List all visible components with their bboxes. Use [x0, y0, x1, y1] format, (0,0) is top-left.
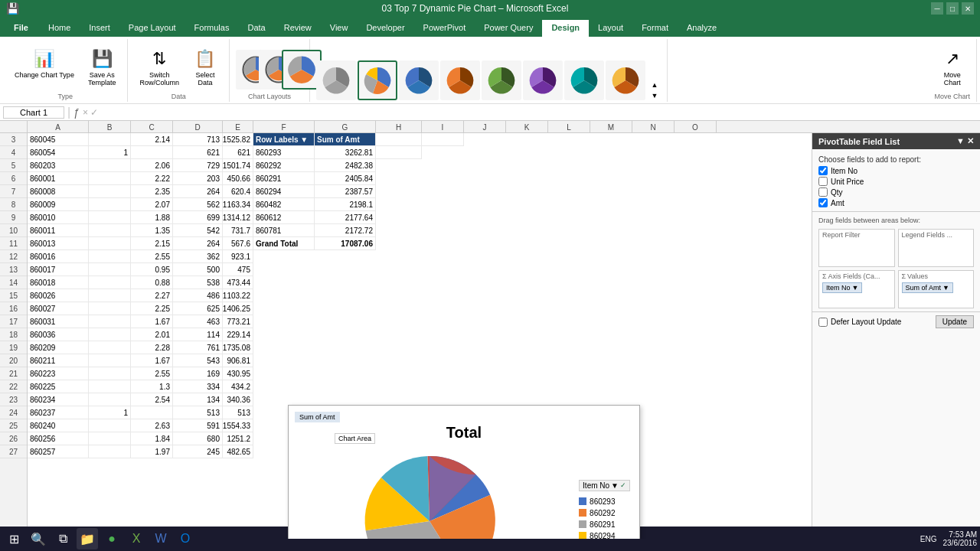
cell-A24[interactable]: 860237 [28, 406, 89, 419]
cell-D9[interactable]: 699 [173, 211, 223, 224]
cell-C4[interactable] [131, 146, 173, 159]
tab-layout[interactable]: Layout [589, 20, 632, 37]
cell-B21[interactable] [89, 367, 131, 380]
cell-D27[interactable]: 245 [173, 445, 223, 458]
cell-C10[interactable]: 1.35 [131, 224, 173, 237]
cell-D7[interactable]: 264 [173, 185, 223, 198]
cell-F8[interactable]: 860482 [253, 198, 315, 211]
chart-style-1[interactable] [316, 60, 356, 100]
tab-view[interactable]: View [321, 20, 358, 37]
cell-E11[interactable]: 567.6 [223, 237, 253, 250]
cell-E19[interactable]: 1735.08 [223, 341, 253, 354]
chart-style-6[interactable] [523, 60, 563, 100]
cell-G6[interactable]: 2405.84 [315, 172, 376, 185]
cell-A16[interactable]: 860027 [28, 302, 89, 315]
cell-D25[interactable]: 591 [173, 419, 223, 432]
cell-C7[interactable]: 2.35 [131, 185, 173, 198]
cell-E9[interactable]: 1314.12 [223, 211, 253, 224]
tab-format[interactable]: Format [632, 20, 678, 37]
cell-A18[interactable]: 860036 [28, 328, 89, 341]
cell-B9[interactable] [89, 211, 131, 224]
cell-A27[interactable]: 860257 [28, 445, 89, 458]
col-header-L[interactable]: L [548, 121, 590, 133]
field-checkbox-unitprice[interactable] [818, 177, 828, 186]
cell-B17[interactable] [89, 315, 131, 328]
chart-styles-scroll-up[interactable]: ▲ [648, 80, 661, 90]
cell-B18[interactable] [89, 328, 131, 341]
cell-C27[interactable]: 1.97 [131, 445, 173, 458]
cell-F3-pivot-header[interactable]: Row Labels ▼ [253, 133, 315, 146]
cell-D13[interactable]: 500 [173, 263, 223, 276]
minimize-button[interactable]: ─ [931, 2, 943, 15]
chart-style-2[interactable] [358, 60, 397, 100]
cell-E12[interactable]: 923.1 [223, 250, 253, 263]
field-checkbox-amt[interactable] [818, 198, 828, 207]
legend-filter[interactable]: Item No ▼ ✓ [579, 480, 630, 491]
cell-B12[interactable] [89, 250, 131, 263]
area-report-filter[interactable]: Report Filter [818, 229, 895, 267]
cell-C16[interactable]: 2.25 [131, 302, 173, 315]
cell-C8[interactable]: 2.07 [131, 198, 173, 211]
col-header-K[interactable]: K [506, 121, 548, 133]
cell-D24[interactable]: 513 [173, 406, 223, 419]
cell-A19[interactable]: 860209 [28, 341, 89, 354]
cell-E5[interactable]: 1501.74 [223, 159, 253, 172]
cell-D21[interactable]: 169 [173, 367, 223, 380]
cell-G3-pivot-header[interactable]: Sum of Amt [315, 133, 376, 146]
values-chip-dropdown[interactable]: ▼ [942, 284, 949, 292]
cell-E20[interactable]: 906.81 [223, 354, 253, 367]
cell-B26[interactable] [89, 432, 131, 445]
cell-E21[interactable]: 430.95 [223, 367, 253, 380]
maximize-button[interactable]: □ [946, 2, 959, 15]
cell-D17[interactable]: 463 [173, 315, 223, 328]
values-chip[interactable]: Sum of Amt ▼ [902, 282, 953, 293]
name-box[interactable] [3, 106, 64, 119]
update-button[interactable]: Update [936, 315, 974, 328]
cell-D4[interactable]: 621 [173, 146, 223, 159]
cell-G9[interactable]: 2177.64 [315, 211, 376, 224]
cell-A14[interactable]: 860018 [28, 276, 89, 289]
cell-G7[interactable]: 2387.57 [315, 185, 376, 198]
cell-B10[interactable] [89, 224, 131, 237]
tab-insert[interactable]: Insert [80, 20, 119, 37]
cell-D15[interactable]: 486 [173, 289, 223, 302]
cell-C9[interactable]: 1.88 [131, 211, 173, 224]
cell-B7[interactable] [89, 185, 131, 198]
cell-E16[interactable]: 1406.25 [223, 302, 253, 315]
tab-powerpivot[interactable]: PowerPivot [414, 20, 475, 37]
col-header-C[interactable]: C [131, 121, 173, 133]
move-chart-button[interactable]: ↗ MoveChart [935, 44, 970, 90]
cell-F7[interactable]: 860294 [253, 185, 315, 198]
cell-D6[interactable]: 203 [173, 172, 223, 185]
cell-E24[interactable]: 513 [223, 406, 253, 419]
cell-D14[interactable]: 538 [173, 276, 223, 289]
cell-G10[interactable]: 2172.72 [315, 224, 376, 237]
axis-chip-dropdown[interactable]: ▼ [852, 284, 859, 292]
cell-E10[interactable]: 731.7 [223, 224, 253, 237]
cell-A3[interactable]: 860045 [28, 133, 89, 146]
col-header-M[interactable]: M [590, 121, 632, 133]
cell-E15[interactable]: 1103.22 [223, 289, 253, 302]
change-chart-type-button[interactable]: 📊 Change Chart Type [9, 44, 80, 90]
col-header-I[interactable]: I [422, 121, 464, 133]
chart-container[interactable]: Sum of Amt Chart Area Total [288, 405, 640, 539]
tab-design[interactable]: Design [542, 20, 589, 37]
cell-H3[interactable] [376, 133, 422, 146]
cell-D5[interactable]: 729 [173, 159, 223, 172]
cell-C12[interactable]: 2.55 [131, 250, 173, 263]
legend-filter-icon[interactable]: ▼ [611, 481, 619, 490]
cell-B8[interactable] [89, 198, 131, 211]
cell-B15[interactable] [89, 289, 131, 302]
cell-B19[interactable] [89, 341, 131, 354]
axis-chip[interactable]: Item No ▼ [822, 282, 862, 293]
col-header-E[interactable]: E [223, 121, 253, 133]
cell-E4[interactable]: 621 [223, 146, 253, 159]
field-checkbox-qty[interactable] [818, 187, 828, 197]
cell-B13[interactable] [89, 263, 131, 276]
cell-B14[interactable] [89, 276, 131, 289]
cell-G5[interactable]: 2482.38 [315, 159, 376, 172]
chart-style-8[interactable] [606, 60, 645, 100]
cell-C23[interactable]: 2.54 [131, 393, 173, 406]
tab-developer[interactable]: Developer [357, 20, 413, 37]
cell-G11-grand-total[interactable]: 17087.06 [315, 237, 376, 250]
